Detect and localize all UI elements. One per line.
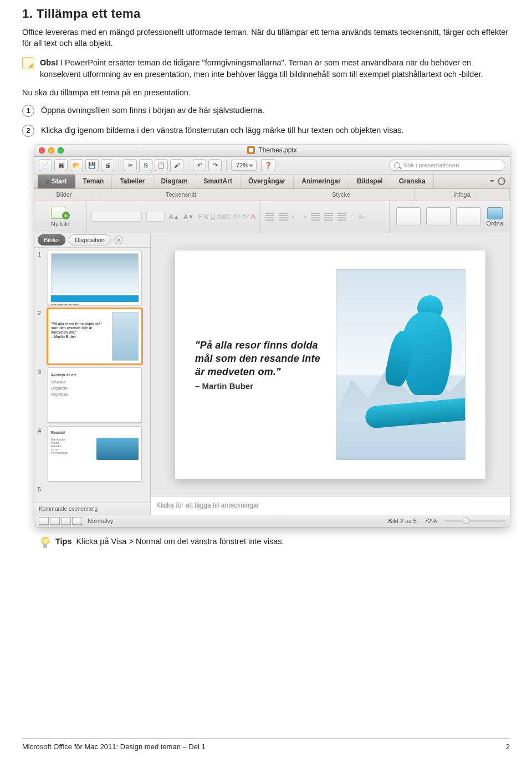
- underline-button[interactable]: U: [211, 213, 216, 221]
- powerpoint-screenshot: Themes.pptx 📄 ▦ 📂 💾 🖨 ✂ ⎘ 📋 🖌 ↶ ↷ 72% ❓ …: [34, 145, 510, 527]
- slide-thumbnail-1[interactable]: adventure works äventyrscykel center: [48, 250, 142, 305]
- font-select[interactable]: [91, 212, 142, 222]
- quick-access-toolbar: 📄 ▦ 📂 💾 🖨 ✂ ⎘ 📋 🖌 ↶ ↷ 72% ❓ Sök i presen…: [34, 157, 510, 175]
- cut-icon[interactable]: ✂: [124, 159, 137, 171]
- note-block: Obs! I PowerPoint ersätter teman de tidi…: [22, 57, 510, 80]
- slide-thumbnail-4[interactable]: Resmål Bankocka Kittila Paddla Lima Krys…: [48, 426, 142, 482]
- picture-icon[interactable]: [456, 207, 480, 226]
- shrink-font-icon[interactable]: A▼: [184, 213, 194, 220]
- save-icon[interactable]: 💾: [85, 159, 99, 171]
- current-slide[interactable]: "På alla resor finns dolda mål som den r…: [175, 250, 485, 479]
- lightbulb-icon: [40, 537, 50, 549]
- zoom-percent: 72%: [424, 518, 437, 524]
- open-icon[interactable]: 📂: [70, 159, 83, 171]
- numbering-icon[interactable]: [279, 213, 288, 221]
- tab-bildspel[interactable]: Bildspel: [349, 175, 391, 188]
- tips-body: Klicka på Visa > Normal om det vänstra f…: [76, 537, 284, 546]
- normal-view-icon[interactable]: [39, 517, 49, 525]
- thumb-number: 3: [38, 367, 44, 423]
- tab-teman[interactable]: Teman: [75, 175, 112, 188]
- powerpoint-file-icon: [247, 146, 255, 154]
- close-panel-icon[interactable]: ✕: [114, 235, 123, 244]
- zoom-dropdown[interactable]: 72%: [231, 160, 257, 171]
- tab-bilder[interactable]: Bilder: [38, 234, 65, 245]
- slideshow-view-icon[interactable]: [72, 517, 82, 525]
- print-icon[interactable]: 🖨: [101, 159, 114, 171]
- ribbon-body: + Ny bild A▲ A▼ F K U ABC A² Aᵛ A ⇤ ⇥: [34, 201, 510, 233]
- tab-animeringar[interactable]: Animeringar: [294, 175, 349, 188]
- sorter-view-icon[interactable]: [50, 517, 60, 525]
- notes-pane[interactable]: Klicka för att lägga till anteckningar: [151, 496, 510, 515]
- footer-page-number: 2: [506, 742, 510, 751]
- align-left-icon[interactable]: [311, 213, 320, 221]
- step-number: 2: [22, 125, 34, 137]
- group-stycke: Stycke: [268, 189, 415, 201]
- window-titlebar: Themes.pptx: [34, 145, 510, 157]
- reading-view-icon[interactable]: [61, 517, 71, 525]
- tab-diagram[interactable]: Diagram: [154, 175, 196, 188]
- increase-indent-icon[interactable]: ⇥: [301, 213, 306, 221]
- bullets-icon[interactable]: [265, 213, 274, 221]
- intro-paragraph: Office levereras med en mängd profession…: [22, 27, 510, 49]
- new-file-icon[interactable]: 📄: [39, 159, 52, 171]
- slide-thumbnail-5[interactable]: [48, 485, 142, 497]
- note-label: Obs!: [40, 58, 58, 67]
- gear-icon[interactable]: [498, 177, 505, 185]
- format-painter-icon[interactable]: 🖌: [170, 159, 183, 171]
- tab-smartart[interactable]: SmartArt: [196, 175, 241, 188]
- align-center-icon[interactable]: [324, 213, 333, 221]
- align-right-icon[interactable]: [337, 213, 346, 221]
- paste-icon[interactable]: 📋: [155, 159, 168, 171]
- window-title: Themes.pptx: [258, 146, 296, 154]
- text-direction-icon[interactable]: A↕: [359, 213, 366, 220]
- slide-thumbnail-2[interactable]: "På alla resor finns dolda mål som den r…: [48, 309, 142, 364]
- tab-disposition[interactable]: Disposition: [69, 234, 111, 245]
- font-size-select[interactable]: [146, 212, 165, 222]
- line-spacing-icon[interactable]: ≡: [351, 213, 354, 220]
- ribbon-tabs: Start Teman Tabeller Diagram SmartArt Öv…: [34, 175, 510, 189]
- workspace: Bilder Disposition ✕ 1 adventure works ä…: [34, 233, 510, 515]
- plus-icon[interactable]: +: [62, 212, 70, 219]
- highlight-button[interactable]: Aᵛ: [242, 213, 249, 221]
- step-number: 1: [22, 105, 34, 117]
- tab-tabeller[interactable]: Tabeller: [112, 175, 153, 188]
- group-infoga: Infoga: [415, 189, 510, 201]
- tab-granska[interactable]: Granska: [391, 175, 434, 188]
- zoom-slider[interactable]: [444, 520, 505, 522]
- text-box-icon[interactable]: [396, 207, 421, 226]
- thumb-number: 2: [38, 309, 44, 364]
- gallery-icon[interactable]: ▦: [54, 159, 68, 171]
- tips-label: Tips: [55, 537, 72, 546]
- font-color-button[interactable]: A: [251, 213, 256, 221]
- slide-quote: "På alla resor finns dolda mål som den r…: [195, 339, 324, 379]
- step-text: Öppna övningsfilen som finns i början av…: [41, 105, 264, 116]
- italic-button[interactable]: K: [204, 213, 209, 221]
- slide-thumbnail-3[interactable]: Äventyr är att Utforska Upptäcka Inspire…: [48, 367, 142, 423]
- strike-button[interactable]: ABC: [217, 213, 232, 221]
- tab-start[interactable]: Start: [38, 175, 75, 188]
- slide-canvas-area: "På alla resor finns dolda mål som den r…: [151, 233, 510, 515]
- group-teckensnitt: Teckensnitt: [94, 189, 268, 201]
- tab-overgangar[interactable]: Övergångar: [241, 175, 294, 188]
- search-input[interactable]: Sök i presentationen: [389, 160, 505, 171]
- slide-author: – Martin Buber: [195, 381, 324, 391]
- thumb-number: 1: [38, 250, 44, 305]
- search-placeholder: Sök i presentationen: [403, 162, 459, 168]
- thumb-number: 4: [38, 426, 44, 482]
- new-slide-label: Ny bild: [51, 221, 70, 227]
- step-1: 1 Öppna övningsfilen som finns i början …: [22, 105, 510, 117]
- chevron-down-icon[interactable]: [490, 180, 494, 185]
- arrange-icon[interactable]: [487, 207, 503, 219]
- superscript-button[interactable]: A²: [233, 213, 241, 221]
- grow-font-icon[interactable]: A▲: [169, 213, 179, 220]
- copy-icon[interactable]: ⎘: [139, 159, 152, 171]
- decrease-indent-icon[interactable]: ⇤: [292, 213, 297, 221]
- shape-icon[interactable]: [426, 207, 451, 226]
- undo-icon[interactable]: ↶: [193, 159, 206, 171]
- footer-left: Microsoft Office för Mac 2011: Design me…: [22, 742, 206, 751]
- tips-block: Tips Klicka på Visa > Normal om det väns…: [40, 537, 510, 549]
- tips-text: Tips Klicka på Visa > Normal om det väns…: [55, 537, 284, 546]
- bold-button[interactable]: F: [198, 213, 202, 221]
- redo-icon[interactable]: ↷: [208, 159, 222, 171]
- help-icon[interactable]: ❓: [261, 159, 275, 171]
